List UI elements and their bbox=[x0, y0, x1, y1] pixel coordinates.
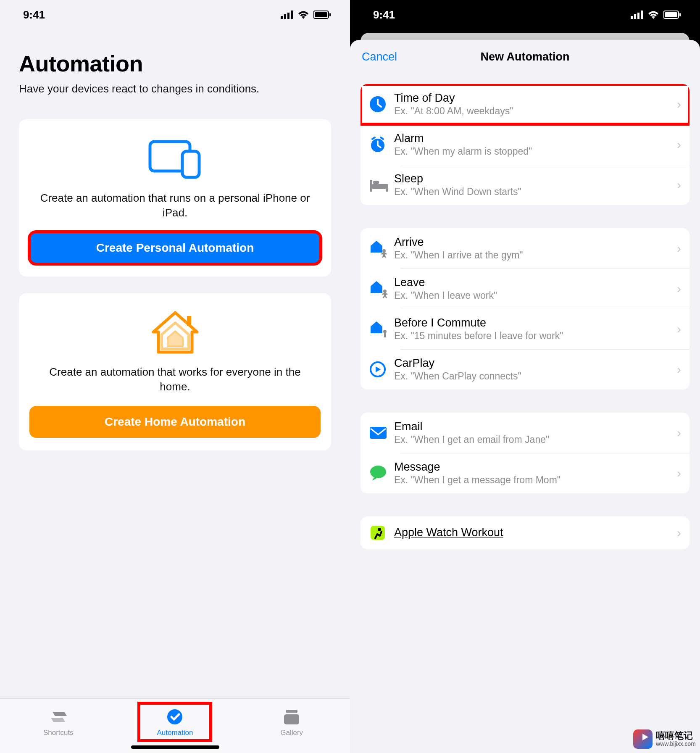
sheet-body[interactable]: Time of Day Ex. "At 8:00 AM, weekdays" ›… bbox=[350, 74, 700, 753]
personal-card: Create an automation that runs on a pers… bbox=[19, 119, 331, 276]
svg-rect-12 bbox=[284, 714, 299, 724]
left-content: Automation Have your devices react to ch… bbox=[0, 29, 350, 698]
home-indicator[interactable] bbox=[131, 745, 219, 749]
tab-gallery[interactable]: Gallery bbox=[256, 703, 327, 740]
tab-automation[interactable]: Automation bbox=[139, 703, 211, 740]
home-card: Create an automation that works for ever… bbox=[19, 293, 331, 450]
watermark-logo-icon bbox=[633, 729, 653, 749]
svg-rect-1 bbox=[284, 14, 286, 19]
page-title: Automation bbox=[19, 50, 331, 76]
row-sub: Ex. "When CarPlay connects" bbox=[394, 371, 673, 382]
devices-icon bbox=[29, 136, 321, 182]
row-sleep[interactable]: Sleep Ex. "When Wind Down starts" › bbox=[361, 165, 689, 205]
svg-rect-22 bbox=[370, 184, 388, 189]
svg-rect-34 bbox=[370, 427, 387, 439]
svg-rect-13 bbox=[631, 16, 633, 19]
status-time: 9:41 bbox=[23, 8, 45, 21]
svg-rect-15 bbox=[637, 13, 639, 19]
row-title: Arrive bbox=[394, 236, 673, 249]
svg-rect-8 bbox=[182, 151, 199, 177]
svg-point-35 bbox=[370, 466, 386, 478]
svg-rect-6 bbox=[329, 13, 331, 16]
clock-icon bbox=[369, 95, 394, 113]
row-sub: Ex. "At 8:00 AM, weekdays" bbox=[394, 105, 673, 117]
row-title: Alarm bbox=[394, 132, 673, 145]
svg-rect-16 bbox=[641, 11, 643, 19]
phone-left: 9:41 Automation Have your devices react … bbox=[0, 0, 350, 753]
chevron-right-icon: › bbox=[673, 362, 681, 376]
alarm-icon bbox=[369, 136, 394, 153]
row-sub: Ex. "When I get a message from Mom" bbox=[394, 474, 673, 486]
commute-icon bbox=[369, 320, 394, 338]
tab-shortcuts-label: Shortcuts bbox=[43, 729, 74, 737]
create-home-button[interactable]: Create Home Automation bbox=[29, 406, 321, 438]
tab-automation-label: Automation bbox=[157, 729, 193, 737]
new-automation-sheet: Cancel New Automation Time of Day Ex. "A… bbox=[350, 40, 700, 753]
wifi-icon bbox=[647, 11, 659, 19]
row-carplay[interactable]: CarPlay Ex. "When CarPlay connects" › bbox=[361, 349, 689, 390]
shortcuts-icon bbox=[48, 707, 68, 727]
status-icons bbox=[631, 11, 681, 19]
arrive-icon bbox=[369, 239, 394, 258]
row-email[interactable]: Email Ex. "When I get an email from Jane… bbox=[361, 413, 689, 453]
svg-rect-11 bbox=[286, 710, 297, 713]
cancel-button[interactable]: Cancel bbox=[362, 50, 397, 63]
chevron-right-icon: › bbox=[673, 241, 681, 255]
row-title: Before I Commute bbox=[394, 316, 673, 329]
row-leave[interactable]: Leave Ex. "When I leave work" › bbox=[361, 269, 689, 309]
wifi-icon bbox=[297, 11, 309, 19]
battery-icon bbox=[663, 11, 681, 19]
row-sub: Ex. "When I leave work" bbox=[394, 290, 673, 301]
personal-desc: Create an automation that runs on a pers… bbox=[29, 191, 321, 220]
svg-rect-32 bbox=[384, 333, 386, 337]
svg-point-37 bbox=[378, 528, 381, 531]
gallery-icon bbox=[282, 707, 302, 727]
chevron-right-icon: › bbox=[673, 426, 681, 440]
row-title: Apple Watch Workout bbox=[394, 526, 673, 539]
row-alarm[interactable]: Alarm Ex. "When my alarm is stopped" › bbox=[361, 124, 689, 165]
row-sub: Ex. "When I arrive at the gym" bbox=[394, 250, 673, 261]
group-time: Time of Day Ex. "At 8:00 AM, weekdays" ›… bbox=[361, 84, 689, 205]
group-workout: Apple Watch Workout › bbox=[361, 516, 689, 549]
svg-rect-25 bbox=[370, 189, 372, 192]
row-title: Time of Day bbox=[394, 92, 673, 105]
svg-rect-5 bbox=[315, 12, 327, 17]
mail-icon bbox=[369, 426, 394, 440]
automation-icon bbox=[165, 707, 185, 727]
chevron-right-icon: › bbox=[673, 466, 681, 480]
row-time-of-day[interactable]: Time of Day Ex. "At 8:00 AM, weekdays" › bbox=[361, 84, 689, 124]
svg-rect-36 bbox=[371, 526, 385, 540]
row-title: CarPlay bbox=[394, 357, 673, 370]
status-icons bbox=[281, 11, 331, 19]
home-desc: Create an automation that works for ever… bbox=[29, 365, 321, 394]
phone-right: 9:41 Cancel New Automation bbox=[350, 0, 700, 753]
bed-icon bbox=[369, 177, 394, 192]
message-icon bbox=[369, 465, 394, 482]
row-commute[interactable]: Before I Commute Ex. "15 minutes before … bbox=[361, 309, 689, 349]
create-personal-button[interactable]: Create Personal Automation bbox=[29, 232, 321, 264]
row-title: Email bbox=[394, 420, 673, 433]
chevron-right-icon: › bbox=[673, 322, 681, 336]
svg-rect-3 bbox=[291, 11, 293, 19]
row-sub: Ex. "When my alarm is stopped" bbox=[394, 146, 673, 157]
sheet-header: Cancel New Automation bbox=[350, 40, 700, 74]
tab-bar: Shortcuts Automation Gallery bbox=[0, 698, 350, 753]
row-sub: Ex. "When I get an email from Jane" bbox=[394, 434, 673, 445]
row-sub: Ex. "15 minutes before I leave for work" bbox=[394, 330, 673, 342]
row-arrive[interactable]: Arrive Ex. "When I arrive at the gym" › bbox=[361, 228, 689, 269]
sheet-title: New Automation bbox=[481, 50, 570, 63]
row-workout[interactable]: Apple Watch Workout › bbox=[361, 516, 689, 549]
chevron-right-icon: › bbox=[673, 178, 681, 192]
row-message[interactable]: Message Ex. "When I get a message from M… bbox=[361, 453, 689, 493]
workout-icon bbox=[369, 524, 394, 542]
svg-rect-26 bbox=[386, 189, 388, 192]
svg-rect-0 bbox=[281, 16, 283, 19]
group-location: Arrive Ex. "When I arrive at the gym" › … bbox=[361, 228, 689, 390]
chevron-right-icon: › bbox=[673, 137, 681, 152]
svg-rect-24 bbox=[373, 181, 379, 184]
row-sub: Ex. "When Wind Down starts" bbox=[394, 186, 673, 197]
leave-icon bbox=[369, 279, 394, 298]
chevron-right-icon: › bbox=[673, 526, 681, 540]
watermark: 嘻嘻笔记 www.bijixx.com bbox=[633, 729, 696, 749]
tab-shortcuts[interactable]: Shortcuts bbox=[23, 703, 94, 740]
